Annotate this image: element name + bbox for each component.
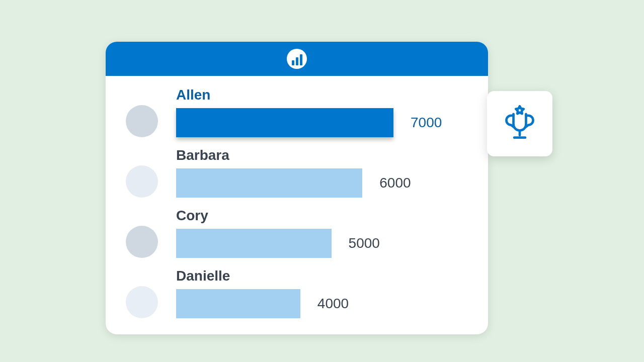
- avatar: [126, 105, 158, 137]
- bar-chart-icon: [287, 49, 307, 69]
- avatar: [126, 286, 158, 318]
- score-value: 6000: [379, 175, 411, 191]
- leaderboard-card: Allen 7000 Barbara 6000 Cory 5: [106, 42, 488, 334]
- score-bar: [176, 289, 300, 318]
- avatar: [126, 226, 158, 258]
- leaderboard-row: Danielle 4000: [126, 268, 468, 318]
- score-bar: [176, 168, 362, 198]
- card-header: [106, 42, 488, 76]
- score-value: 5000: [349, 235, 380, 251]
- leaderboard-row: Allen 7000: [126, 87, 468, 137]
- leaderboard-row: Barbara 6000: [126, 147, 468, 198]
- score-value: 7000: [411, 115, 442, 131]
- score-bar: [176, 229, 332, 258]
- score-bar: [176, 108, 393, 137]
- player-name: Barbara: [176, 147, 468, 163]
- player-name: Danielle: [176, 268, 468, 284]
- leaderboard-rows: Allen 7000 Barbara 6000 Cory 5: [106, 76, 488, 318]
- trophy-icon: [500, 103, 539, 144]
- leaderboard-row: Cory 5000: [126, 208, 468, 258]
- trophy-badge: [487, 91, 552, 156]
- avatar: [126, 165, 158, 198]
- player-name: Allen: [176, 87, 468, 103]
- player-name: Cory: [176, 208, 468, 224]
- score-value: 4000: [317, 296, 349, 312]
